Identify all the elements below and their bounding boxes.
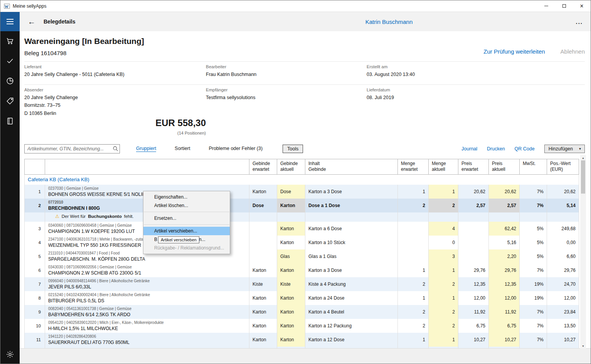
gebinde-aktuell-cell[interactable]: Karton	[277, 222, 305, 236]
search-icon[interactable]	[111, 146, 120, 152]
article-row-11[interactable]: 111941120 | 04028286420806SAUERKRAUT DEL…	[25, 333, 579, 347]
preis-aktuell-cell[interactable]: 29,76	[489, 263, 520, 277]
more-options-button[interactable]: ...	[576, 19, 583, 25]
row-number: 7	[25, 277, 45, 291]
preis-erwartet-cell: 2,57	[458, 199, 489, 212]
menge-aktuell-cell[interactable]: 1	[429, 185, 458, 199]
column-header-gebinde-aktuell: Gebindeaktuell	[277, 159, 305, 174]
gebinde-aktuell-cell[interactable]: Dose	[277, 185, 305, 199]
preis-aktuell-cell[interactable]: 2,20	[489, 249, 520, 263]
field-empfänger: EmpfängerTestfirma sellysolutions	[206, 88, 367, 118]
menge-aktuell-cell[interactable]: 2	[429, 199, 458, 212]
menge-aktuell-cell[interactable]: 1	[429, 291, 458, 305]
gebinde-aktuell-cell[interactable]: Karton	[277, 199, 305, 212]
field-label: Erstellt am	[367, 64, 585, 69]
gebinde-aktuell-cell[interactable]: Karton	[277, 263, 305, 277]
current-user-link[interactable]: Katrin Buschmann	[365, 19, 413, 25]
menge-aktuell-cell[interactable]: 4	[429, 222, 458, 236]
article-row-7[interactable]: 70996040 | 04000948114496 | Biere | Alko…	[25, 277, 579, 291]
sidebar-item-check[interactable]	[5, 56, 15, 66]
article-row-9[interactable]: 90082040 | 05411361001738 | Gemüse | Gem…	[25, 305, 579, 319]
article-cell: 0996040 | 04000948114496 | Biere | Alkoh…	[45, 277, 249, 291]
menge-aktuell-cell[interactable]: 0	[429, 236, 458, 249]
article-row-10[interactable]: 100954120 | 04025839012020 | Milch | Eie…	[25, 319, 579, 333]
filter-sortiert[interactable]: Sortiert	[175, 146, 190, 152]
menge-aktuell-cell[interactable]: 3	[429, 249, 458, 263]
journal-link[interactable]: Journal	[461, 146, 477, 152]
menu-item-ersetzen[interactable]: Ersetzen...	[143, 214, 230, 222]
gebinde-aktuell-cell[interactable]: Karton	[277, 305, 305, 319]
filter-gruppiert[interactable]: Gruppiert	[136, 146, 156, 152]
gebinde-aktuell-cell[interactable]: Kiste	[277, 277, 305, 291]
back-button[interactable]: ←	[28, 17, 35, 26]
article-row-4[interactable]: 42347100 | 04006363101718 | Mehle | Back…	[25, 236, 579, 249]
menge-erwartet-cell: 1	[398, 185, 429, 199]
preis-aktuell-cell[interactable]: 12,35	[489, 277, 520, 291]
filter-probleme-oder-fehler-3[interactable]: Probleme oder Fehler (3)	[209, 146, 263, 152]
gebinde-aktuell-cell[interactable]: Karton	[277, 291, 305, 305]
print-link[interactable]: Drucken	[487, 146, 505, 152]
scrollbar-thumb[interactable]	[581, 160, 585, 194]
article-cell: 0215240 | 04102430002404 | Biere | Alkoh…	[45, 291, 249, 305]
preis-aktuell-cell[interactable]: 2,57	[489, 199, 520, 212]
preis-aktuell-cell[interactable]: 11,92	[489, 305, 520, 319]
scroll-down-arrow-icon[interactable]: ▼	[580, 343, 586, 349]
search-box[interactable]	[24, 144, 120, 153]
maximize-button[interactable]	[555, 0, 573, 12]
menge-aktuell-cell[interactable]: 2	[429, 305, 458, 319]
search-input[interactable]	[25, 146, 111, 152]
menu-item-artikel-verschieben[interactable]: Artikel verschieben...	[143, 227, 230, 235]
menu-item-eigenschaften[interactable]: Eigenschaften...	[143, 193, 230, 201]
field-bearbeiter: BearbeiterFrau Katrin Buschmann	[206, 64, 367, 79]
pos-wert-cell: 249,68	[547, 222, 579, 236]
menge-aktuell-cell[interactable]: 2	[429, 277, 458, 291]
sidebar-item-pie-chart[interactable]	[5, 76, 15, 86]
preis-erwartet-cell	[458, 249, 489, 263]
maximize-icon	[562, 4, 566, 8]
add-button[interactable]: Hinzufügen ▾	[544, 145, 585, 153]
preis-aktuell-cell[interactable]: 6,75	[489, 319, 520, 333]
field-absender: Absender20 Jahre Selly ChallengeBornitzs…	[24, 88, 206, 118]
article-row-1[interactable]: 10237030 | Gemüse | GemüseBOHNEN GROSS W…	[25, 185, 579, 199]
tools-button[interactable]: Tools	[283, 145, 303, 153]
reject-button[interactable]: Ablehnen	[561, 48, 585, 55]
row-number: 6	[25, 263, 45, 277]
sidebar-item-cart[interactable]	[5, 36, 15, 46]
preis-aktuell-cell[interactable]: 12,00	[489, 291, 520, 305]
hamburger-menu-button[interactable]	[0, 12, 20, 31]
titlebar: Meine sellyApps ×	[0, 0, 591, 12]
article-meta: 0996040 | 04000948114496 | Biere | Alkoh…	[48, 278, 246, 284]
menge-aktuell-cell[interactable]: 1	[429, 333, 458, 347]
qr-code-link[interactable]: QR Code	[515, 146, 535, 152]
scroll-up-arrow-icon[interactable]: ▲	[580, 155, 586, 160]
vertical-scrollbar[interactable]: ▲ ▼	[580, 155, 586, 349]
forward-for-review-button[interactable]: Zur Prüfung weiterleiten	[483, 48, 545, 55]
sidebar-item-settings[interactable]	[5, 349, 15, 359]
preis-aktuell-cell[interactable]: 10,27	[489, 333, 520, 347]
gebinde-aktuell-cell[interactable]: Glas	[277, 249, 305, 263]
article-name: BABYMOEHREN 6/14 2,5KG TK ARDO	[48, 312, 246, 318]
close-button[interactable]: ×	[573, 0, 591, 12]
sidebar-item-tag[interactable]	[5, 96, 15, 106]
preis-aktuell-cell[interactable]: 62,42	[489, 222, 520, 236]
article-row-5[interactable]: 52111010 | 04044703001847 | Food | FoodS…	[25, 249, 579, 263]
menu-item-artikel-löschen[interactable]: Artikel löschen...	[143, 201, 230, 210]
menge-aktuell-cell[interactable]: 1	[429, 263, 458, 277]
preis-aktuell-cell[interactable]: 20,62	[489, 185, 520, 199]
mwst-cell: 19%	[520, 291, 547, 305]
gebinde-aktuell-cell[interactable]: Karton	[277, 236, 305, 249]
sidebar-item-book[interactable]	[5, 116, 15, 126]
field-label: Absender	[24, 88, 206, 92]
preis-aktuell-cell[interactable]: 5,16	[489, 236, 520, 249]
article-row-2[interactable]: 20772010BRECHBOHNEN I 800GDoseKartonDose…	[25, 199, 579, 212]
gebinde-aktuell-cell[interactable]: Karton	[277, 333, 305, 347]
group-header-row[interactable]: Cafeteria KB (Cafeteria KB)	[25, 174, 579, 185]
minimize-button[interactable]	[537, 0, 555, 12]
mwst-cell: 5%	[520, 249, 547, 263]
row-number: 8	[25, 291, 45, 305]
article-row-3[interactable]: 30340060 | 08710609600458 | Gemüse | Gem…	[25, 222, 579, 236]
menge-aktuell-cell[interactable]: 2	[429, 319, 458, 333]
article-row-6[interactable]: 60343030 | 08710609602056 | Gemüse | Gem…	[25, 263, 579, 277]
gebinde-aktuell-cell[interactable]: Karton	[277, 319, 305, 333]
article-row-8[interactable]: 80215240 | 04102430002404 | Biere | Alko…	[25, 291, 579, 305]
